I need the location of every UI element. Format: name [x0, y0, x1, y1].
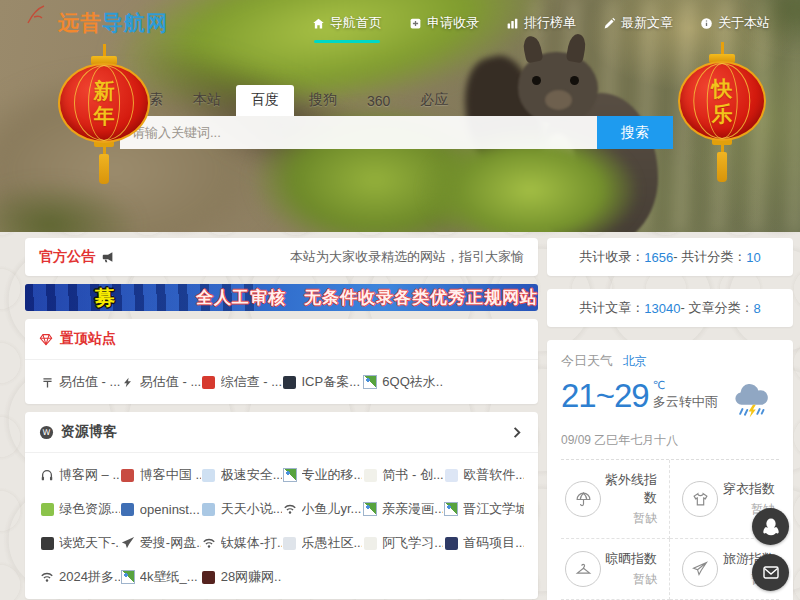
logo-decoration-icon [24, 3, 50, 32]
site-link[interactable]: 博客中国 ... [120, 466, 201, 484]
bars-icon [39, 375, 55, 390]
search-engine-tabs: 搜索本站百度搜狗360必应 [120, 88, 673, 116]
site-link[interactable]: ICP备案... [282, 373, 363, 391]
weather-title: 今日天气 [561, 353, 613, 368]
pen-icon [603, 17, 616, 30]
temperature-unit: ℃ [653, 379, 718, 392]
weather-date: 09/09 乙巳年七月十八 [561, 432, 779, 460]
search-tab[interactable]: 360 [352, 87, 405, 116]
main-nav: 导航首页 申请收录 排行榜单 最新文章 关于本站 [312, 14, 770, 32]
announcement-text: 本站为大家收录精选的网站，指引大家愉 [290, 248, 524, 266]
favicon-icon [39, 536, 55, 551]
temperature-range: 21~29 [561, 379, 649, 412]
recruit-text: 全人工审核 无条件收录各类优秀正规网站 [196, 286, 538, 309]
blog-more-button[interactable] [509, 425, 524, 440]
site-link[interactable]: 亲亲漫画... [362, 500, 443, 518]
imgph-icon [362, 375, 378, 390]
favicon-icon [443, 536, 459, 551]
site-link[interactable]: 博客网 – ... [39, 466, 120, 484]
site-link[interactable]: 小鱼儿yr... [282, 500, 363, 518]
weather-index: 晾晒指数 暂缺 [561, 539, 670, 600]
site-link[interactable]: 易估值 - ... [39, 373, 120, 391]
search-module: 搜索本站百度搜狗360必应 搜索 [120, 88, 673, 149]
recruit-banner[interactable]: 招募令 全人工审核 无条件收录各类优秀正规网站 [25, 284, 538, 311]
home-icon [312, 17, 325, 30]
plane-o-icon [682, 551, 718, 587]
qq-button[interactable] [752, 508, 789, 545]
site-link[interactable]: 天天小说... [201, 500, 282, 518]
nav-item[interactable]: 关于本站 [700, 14, 770, 32]
lightning-icon [120, 375, 136, 390]
favicon-icon [39, 502, 55, 517]
favicon-icon [201, 468, 217, 483]
site-link[interactable]: 专业的移... [282, 466, 363, 484]
article-categories-count: 8 [753, 301, 760, 316]
site-link[interactable]: 欧普软件... [443, 466, 524, 484]
pinned-section-title: 置顶站点 [60, 330, 116, 348]
nav-item[interactable]: 最新文章 [603, 14, 673, 32]
wordpress-icon: W [39, 425, 54, 440]
favicon-icon [282, 375, 298, 390]
favicon-icon [282, 536, 298, 551]
wifi-icon [201, 536, 217, 551]
logo-part2: 导航网 [102, 11, 168, 34]
site-link[interactable]: 综信查 - ... [201, 373, 282, 391]
site-link[interactable]: 易估值 - ... [120, 373, 201, 391]
megaphone-icon [101, 250, 115, 264]
headphones-icon [39, 468, 55, 483]
search-tab[interactable]: 必应 [405, 85, 463, 116]
site-link[interactable]: 钛媒体-打... [201, 534, 282, 552]
shirt-icon [682, 481, 718, 517]
nav-item[interactable]: 申请收录 [409, 14, 479, 32]
logo-part1: 远昔 [58, 11, 102, 34]
imgph-icon [120, 570, 136, 585]
lantern-right: 快乐 [678, 42, 766, 182]
search-tab[interactable]: 搜狗 [294, 85, 352, 116]
site-link[interactable]: 6QQ祛水... [362, 373, 443, 391]
imgph-icon [362, 502, 378, 517]
top-header: 远昔导航网 导航首页 申请收录 排行榜单 最新文章 关于本站 [0, 0, 800, 46]
favicon-icon [443, 468, 459, 483]
site-link[interactable]: 读览天下-... [39, 534, 120, 552]
announcement-bar: 官方公告 本站为大家收录精选的网站，指引大家愉 [25, 238, 538, 276]
site-link[interactable]: openinst... [120, 500, 201, 518]
site-link[interactable]: 简书 - 创... [362, 466, 443, 484]
site-link[interactable]: 28网赚网... [201, 568, 282, 586]
site-link[interactable]: 阿飞学习... [362, 534, 443, 552]
favicon-icon [362, 468, 378, 483]
mail-icon [763, 566, 779, 579]
search-tab[interactable]: 本站 [178, 85, 236, 116]
site-link[interactable]: 首码项目... [443, 534, 524, 552]
svg-text:W: W [43, 428, 51, 437]
articles-count: 13040 [644, 301, 680, 316]
weather-condition: 多云转中雨 [653, 393, 718, 411]
rain-cloud-icon [731, 379, 773, 423]
search-tab[interactable]: 百度 [236, 85, 294, 116]
site-link[interactable]: 晋江文学城 [443, 500, 524, 518]
site-link[interactable]: 4k壁纸_... [120, 568, 201, 586]
announcement-title: 官方公告 [39, 248, 95, 266]
site-logo[interactable]: 远昔导航网 [58, 9, 168, 37]
hanger-icon [565, 551, 601, 587]
site-link[interactable]: 乐愚社区... [282, 534, 363, 552]
site-link[interactable]: 2024拼多... [39, 568, 120, 586]
recruit-badge: 招募令 [94, 284, 140, 311]
nav-item[interactable]: 排行榜单 [506, 14, 576, 32]
site-link[interactable]: 极速安全... [201, 466, 282, 484]
bar-chart-icon [506, 17, 519, 30]
wifi-icon [39, 570, 55, 585]
wifi-icon [282, 502, 298, 517]
umbrella-icon [565, 481, 601, 517]
weather-city-link[interactable]: 北京 [623, 354, 647, 368]
nav-item[interactable]: 导航首页 [312, 14, 382, 32]
pinned-sites-section: 置顶站点 易估值 - ... 易估值 - ... 综信查 - ... ICP备案… [25, 319, 538, 404]
site-link[interactable]: 爱搜-网盘... [120, 534, 201, 552]
site-link[interactable]: 绿色资源... [39, 500, 120, 518]
favicon-icon [120, 502, 136, 517]
mail-button[interactable] [752, 554, 789, 591]
lantern-left: 新年 [58, 44, 150, 184]
imgph-icon [443, 502, 459, 517]
search-button[interactable]: 搜索 [597, 116, 673, 149]
blog-section-title: 资源博客 [61, 423, 117, 441]
search-input[interactable] [120, 116, 597, 149]
